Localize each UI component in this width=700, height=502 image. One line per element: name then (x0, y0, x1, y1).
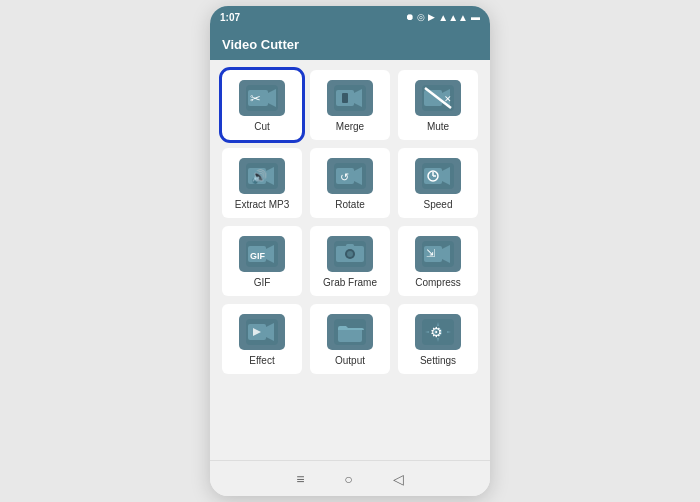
scissors-icon: ✂ (246, 85, 278, 111)
svg-rect-47 (338, 328, 362, 342)
nav-bar: ≡ ○ ◁ (210, 460, 490, 496)
compress-icon: ⇲ (422, 241, 454, 267)
status-icon-3: ▶ (428, 12, 435, 22)
speed-icon (422, 163, 454, 189)
svg-rect-37 (346, 244, 354, 247)
nav-menu-icon[interactable]: ≡ (296, 471, 304, 487)
grab-frame-label: Grab Frame (323, 277, 377, 288)
grid-item-extract-mp3[interactable]: 🔊 Extract MP3 (222, 148, 302, 218)
effect-label: Effect (249, 355, 274, 366)
svg-text:⇲: ⇲ (426, 247, 435, 259)
svg-text:🔊: 🔊 (251, 168, 268, 185)
svg-point-36 (347, 251, 353, 257)
rotate-icon-box: ↺ (327, 158, 373, 194)
output-icon (334, 319, 366, 345)
settings-icon: ⚙ (422, 319, 454, 345)
rotate-icon: ↺ (334, 163, 366, 189)
mute-label: Mute (427, 121, 449, 132)
svg-text:✂: ✂ (250, 91, 261, 106)
extract-mp3-icon-box: 🔊 (239, 158, 285, 194)
rotate-label: Rotate (335, 199, 364, 210)
output-icon-box (327, 314, 373, 350)
speed-label: Speed (424, 199, 453, 210)
grid-item-speed[interactable]: Speed (398, 148, 478, 218)
effect-icon-box (239, 314, 285, 350)
grid-item-rotate[interactable]: ↺ Rotate (310, 148, 390, 218)
status-icon-2: ◎ (417, 12, 425, 22)
extract-mp3-icon: 🔊 (246, 163, 278, 189)
merge-label: Merge (336, 121, 364, 132)
gif-icon: GIF (246, 241, 278, 267)
cut-label: Cut (254, 121, 270, 132)
wifi-icon: ▲▲▲ (438, 12, 468, 23)
grid-item-mute[interactable]: ✕ Mute (398, 70, 478, 140)
effect-icon (246, 319, 278, 345)
compress-icon-box: ⇲ (415, 236, 461, 272)
settings-label: Settings (420, 355, 456, 366)
battery-icon: ▬ (471, 12, 480, 22)
grid-item-grab-frame[interactable]: Grab Frame (310, 226, 390, 296)
grid-item-output[interactable]: Output (310, 304, 390, 374)
grid-item-merge[interactable]: Merge (310, 70, 390, 140)
mute-icon: ✕ (422, 85, 454, 111)
cut-icon-box: ✂ (239, 80, 285, 116)
content-area: ✂ Cut Merge (210, 60, 490, 460)
title-bar: Video Cutter (210, 28, 490, 60)
settings-icon-box: ⚙ (415, 314, 461, 350)
grab-frame-icon-box (327, 236, 373, 272)
speed-icon-box (415, 158, 461, 194)
nav-home-icon[interactable]: ○ (344, 471, 352, 487)
status-bar: 1:07 ⏺ ◎ ▶ ▲▲▲ ▬ (210, 6, 490, 28)
mute-icon-box: ✕ (415, 80, 461, 116)
svg-rect-9 (342, 93, 348, 103)
grid-item-settings[interactable]: ⚙ Settings (398, 304, 478, 374)
grab-frame-icon (334, 241, 366, 267)
gif-icon-box: GIF (239, 236, 285, 272)
nav-back-icon[interactable]: ◁ (393, 471, 404, 487)
svg-text:✕: ✕ (444, 94, 452, 104)
merge-icon-box (327, 80, 373, 116)
output-label: Output (335, 355, 365, 366)
svg-text:↺: ↺ (340, 171, 349, 183)
compress-label: Compress (415, 277, 461, 288)
extract-mp3-label: Extract MP3 (235, 199, 289, 210)
svg-text:GIF: GIF (250, 251, 266, 261)
status-time: 1:07 (220, 12, 240, 23)
app-title: Video Cutter (222, 37, 299, 52)
grid-item-gif[interactable]: GIF GIF (222, 226, 302, 296)
svg-text:⚙: ⚙ (430, 324, 443, 340)
status-icons: ⏺ ◎ ▶ ▲▲▲ ▬ (405, 12, 480, 23)
gif-label: GIF (254, 277, 271, 288)
status-icon-1: ⏺ (405, 12, 414, 22)
grid-item-compress[interactable]: ⇲ Compress (398, 226, 478, 296)
grid-item-effect[interactable]: Effect (222, 304, 302, 374)
grid: ✂ Cut Merge (222, 70, 478, 374)
grid-item-cut[interactable]: ✂ Cut (222, 70, 302, 140)
merge-icon (334, 85, 366, 111)
phone-frame: 1:07 ⏺ ◎ ▶ ▲▲▲ ▬ Video Cutter (210, 6, 490, 496)
